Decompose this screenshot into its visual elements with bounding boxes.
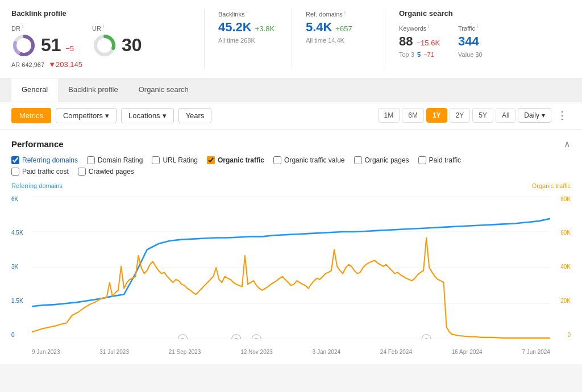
cb-organic-pages[interactable]: Organic pages (354, 156, 409, 164)
toolbar-right: 1M 6M 1Y 2Y 5Y All Daily ▾ ⋮ (378, 108, 571, 123)
performance-header: Performance ∧ (11, 139, 571, 149)
ref-domains-section: Ref. domains i 5.4K +657 All time 14.4K (306, 9, 385, 69)
time-6m-button[interactable]: 6M (402, 108, 424, 123)
checkboxes-row-2: Paid traffic cost Crawled pages (11, 168, 571, 176)
daily-chevron-icon: ▾ (542, 111, 545, 119)
tab-backlink-profile[interactable]: Backlink profile (58, 78, 128, 102)
years-button[interactable]: Years (178, 108, 212, 123)
competitors-chevron-icon: ▾ (105, 111, 109, 120)
x-label-8: 7 Jun 2024 (522, 349, 550, 355)
performance-title: Performance (11, 139, 64, 149)
locations-button[interactable]: Locations ▾ (121, 108, 174, 123)
backlink-profile-title: Backlink profile (11, 9, 190, 18)
ar-value: 642,967 (22, 61, 44, 68)
y-axis-left: 6K 4.5K 3K 1.5K 0 (11, 196, 31, 338)
organic-search-title: Organic search (399, 9, 543, 18)
cb-organic-traffic-value[interactable]: Organic traffic value (273, 156, 345, 164)
dr-value: 51 (41, 35, 61, 55)
more-options-button[interactable]: ⋮ (554, 108, 571, 123)
cb-organic-pages-input[interactable] (354, 156, 362, 164)
dr-donut-chart (11, 33, 36, 58)
cb-referring-domains-input[interactable] (11, 156, 19, 164)
cb-paid-traffic-cost-input[interactable] (11, 168, 19, 176)
cb-crawled-pages[interactable]: Crawled pages (78, 168, 134, 176)
ur-value: 30 (122, 35, 142, 55)
chart-container: 6K 4.5K 3K 1.5K 0 80K 60K 40K 20K 0 (11, 196, 571, 355)
axis-right-title: Organic traffic (532, 182, 571, 189)
ar-change: ▼203,145 (48, 60, 82, 69)
traffic-label: Traffic i (458, 23, 483, 32)
dr-label: DR i (11, 23, 23, 32)
x-label-1: 9 Jun 2023 (32, 349, 60, 355)
axis-left-title: Referring domains (11, 182, 63, 189)
performance-section: Performance ∧ Referring domains Domain R… (0, 130, 582, 364)
ur-donut-chart (92, 33, 117, 58)
cb-paid-traffic-cost[interactable]: Paid traffic cost (11, 168, 69, 176)
keywords-label: Keywords i (399, 23, 440, 32)
x-label-4: 12 Nov 2023 (240, 349, 273, 355)
tabs-bar: General Backlink profile Organic search (0, 78, 582, 102)
top3-change: −71 (423, 51, 434, 58)
ar-line: AR 642,967 ▼203,145 (11, 60, 190, 69)
cb-referring-domains[interactable]: Referring domains (11, 156, 78, 164)
x-label-5: 3 Jan 2024 (313, 349, 341, 355)
top3-label: Top 3 (399, 51, 414, 58)
ref-domains-value: 5.4K (306, 20, 332, 35)
keywords-value: 88 (399, 34, 413, 49)
toolbar: Metrics Competitors ▾ Locations ▾ Years … (0, 102, 582, 130)
svg-text:2: 2 (425, 337, 428, 339)
cb-url-rating[interactable]: URL Rating (152, 156, 198, 164)
y-axis-right: 80K 60K 40K 20K 0 (550, 196, 571, 338)
competitors-button[interactable]: Competitors ▾ (56, 108, 117, 123)
cb-paid-traffic[interactable]: Paid traffic (418, 156, 461, 164)
ur-label: UR i (92, 23, 104, 32)
toolbar-left: Metrics Competitors ▾ Locations ▾ Years (11, 108, 211, 123)
cb-organic-traffic-input[interactable] (207, 156, 215, 164)
organic-search-section: Organic search Keywords i 88 −15.6K Top … (399, 9, 557, 69)
cb-crawled-pages-input[interactable] (78, 168, 86, 176)
backlinks-label: Backlinks i (218, 9, 278, 18)
svg-text:G: G (255, 337, 258, 339)
backlinks-value: 45.2K (218, 20, 252, 35)
collapse-button[interactable]: ∧ (564, 139, 571, 149)
chart-svg: G G G 2 (32, 196, 550, 339)
svg-text:G: G (181, 337, 184, 339)
ref-domains-change: +657 (335, 24, 352, 33)
cb-domain-rating-input[interactable] (87, 156, 95, 164)
cb-domain-rating[interactable]: Domain Rating (87, 156, 143, 164)
ref-domains-label: Ref. domains i (306, 9, 371, 18)
tab-organic-search[interactable]: Organic search (128, 78, 199, 102)
keywords-change: −15.6K (416, 39, 440, 47)
dr-change: −5 (65, 44, 74, 53)
x-labels: 9 Jun 2023 31 Jul 2023 21 Sep 2023 12 No… (32, 349, 550, 355)
svg-text:G: G (235, 337, 238, 339)
locations-chevron-icon: ▾ (163, 111, 167, 120)
time-all-button[interactable]: All (496, 108, 516, 123)
organic-traffic-line (32, 237, 550, 337)
top3-value: 5 (417, 51, 421, 58)
checkboxes-row-1: Referring domains Domain Rating URL Rati… (11, 156, 571, 164)
top3-line: Top 3 5 −71 (399, 51, 440, 58)
cb-organic-traffic[interactable]: Organic traffic (207, 156, 264, 164)
chart-axis-titles: Referring domains Organic traffic (11, 179, 571, 190)
backlink-profile-section: Backlink profile DR i 51 −5 (11, 9, 205, 69)
time-1m-button[interactable]: 1M (378, 108, 400, 123)
cb-organic-traffic-value-input[interactable] (273, 156, 281, 164)
x-label-3: 21 Sep 2023 (169, 349, 201, 355)
metrics-button[interactable]: Metrics (11, 108, 51, 123)
time-2y-button[interactable]: 2Y (450, 108, 471, 123)
x-label-2: 31 Jul 2023 (99, 349, 129, 355)
backlinks-section: Backlinks i 45.2K +3.8K All time 268K (218, 9, 292, 69)
top-panel: Backlink profile DR i 51 −5 (0, 0, 582, 78)
time-1y-button[interactable]: 1Y (426, 108, 447, 123)
cb-url-rating-input[interactable] (152, 156, 160, 164)
traffic-value: 344 (458, 34, 479, 49)
ref-domains-sub: All time 14.4K (306, 37, 371, 44)
tab-general[interactable]: General (11, 78, 58, 102)
cb-paid-traffic-input[interactable] (418, 156, 426, 164)
daily-button[interactable]: Daily ▾ (518, 108, 551, 123)
time-5y-button[interactable]: 5Y (472, 108, 493, 123)
traffic-value-sub: Value $0 (458, 51, 483, 58)
backlinks-sub: All time 268K (218, 37, 278, 44)
x-label-6: 24 Feb 2024 (380, 349, 412, 355)
